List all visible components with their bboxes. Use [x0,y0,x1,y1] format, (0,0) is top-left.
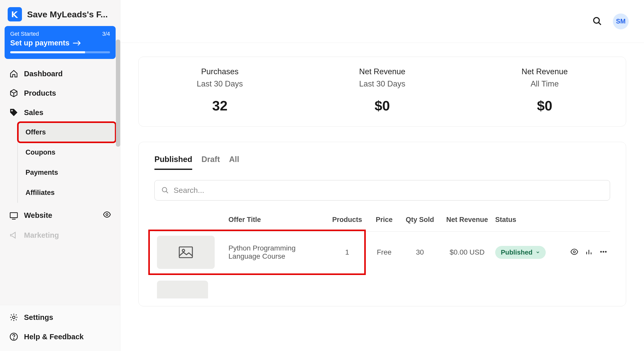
subnav-coupons[interactable]: Coupons [18,142,116,162]
nav-sales-label: Sales [24,108,43,117]
image-icon [179,246,193,258]
more-button[interactable] [599,248,607,257]
eye-icon [570,248,578,256]
svg-point-13 [605,251,606,253]
col-header-price: Price [368,216,401,224]
home-icon [9,69,18,78]
kajabi-logo-icon [10,10,19,19]
stat-value: $0 [301,98,463,114]
nav-sales[interactable]: Sales [5,103,116,122]
sidebar-footer: Settings Help & Feedback [0,305,120,351]
svg-point-11 [600,251,602,253]
nav-website-label: Website [24,211,52,220]
sales-subnav: Offers Coupons Payments Affiliates [17,122,116,203]
tab-all[interactable]: All [229,155,239,170]
offer-qty: 30 [401,248,439,256]
status-pill[interactable]: Published [495,246,546,259]
subnav-payments[interactable]: Payments [18,162,116,183]
offer-products: 1 [327,248,368,256]
svg-point-9 [182,249,185,252]
status-label: Published [501,248,532,256]
stat-revenue-30d: Net Revenue Last 30 Days $0 [301,67,463,114]
stat-purchases: Purchases Last 30 Days 32 [139,67,301,114]
nav-help[interactable]: Help & Feedback [5,327,116,346]
get-started-progress-bar [10,51,110,53]
next-row-thumbnail [157,281,208,298]
offer-title: Python Programming Language Course [228,244,327,260]
svg-point-6 [594,17,599,23]
topbar: SM [120,0,644,43]
tab-published[interactable]: Published [154,155,192,170]
stats-card: Purchases Last 30 Days 32 Net Revenue La… [138,57,626,127]
svg-point-3 [13,316,15,319]
search-icon [161,186,169,194]
avatar-initials: SM [616,18,626,25]
content: Purchases Last 30 Days 32 Net Revenue La… [120,43,644,320]
stats-button[interactable] [585,248,593,257]
get-started-label: Get Started [10,31,39,37]
subnav-payments-label: Payments [26,169,58,176]
offer-thumbnail [157,236,215,269]
table-row[interactable]: Python Programming Language Course 1 Fre… [154,232,610,273]
avatar[interactable]: SM [613,14,629,29]
stat-value: 32 [139,98,301,114]
col-header-qty: Qty Sold [401,216,439,224]
svg-rect-8 [179,247,192,258]
tabs: Published Draft All [154,155,610,170]
offer-revenue: $0.00 USD [439,248,495,256]
chevron-down-icon [536,250,540,255]
get-started-next-action: Set up payments [10,39,69,47]
monitor-icon [9,211,18,220]
subnav-affiliates[interactable]: Affiliates [18,183,116,203]
svg-point-7 [162,187,167,192]
tag-icon [9,108,18,117]
nav-settings[interactable]: Settings [5,308,116,327]
svg-point-2 [106,214,108,216]
nav-marketing[interactable]: Marketing [5,225,116,245]
nav-products[interactable]: Products [5,83,116,103]
sidebar-header: Save MyLeads's F... [0,0,120,26]
col-header-title: Offer Title [228,216,327,224]
nav-dashboard[interactable]: Dashboard [5,64,116,83]
svg-rect-1 [10,212,17,218]
stat-sub: Last 30 Days [139,79,301,89]
sidebar-scroll: Get Started 3/4 Set up payments Dashboar… [0,26,120,305]
sidebar: Save MyLeads's F... Get Started 3/4 Set … [0,0,120,351]
offers-card: Published Draft All Offer Title Products… [138,142,626,306]
get-started-progress-text: 3/4 [102,31,110,37]
stat-title: Purchases [139,67,301,76]
subnav-affiliates-label: Affiliates [26,189,55,196]
subnav-offers[interactable]: Offers [18,122,116,142]
sidebar-scrollbar[interactable] [116,40,120,147]
stat-title: Net Revenue [464,67,626,76]
stat-value: $0 [464,98,626,114]
get-started-card[interactable]: Get Started 3/4 Set up payments [5,26,116,59]
app-logo[interactable] [8,7,22,21]
gear-icon [9,313,18,322]
stat-title: Net Revenue [301,67,463,76]
subnav-offers-label: Offers [26,128,46,136]
stat-revenue-alltime: Net Revenue All Time $0 [464,67,626,114]
eye-icon[interactable] [103,210,111,220]
svg-point-5 [14,339,14,339]
dots-icon [599,248,607,256]
main: SM Purchases Last 30 Days 32 Net Revenue… [120,0,644,351]
help-icon [9,332,18,341]
search-button[interactable] [592,16,603,27]
offer-price: Free [368,248,401,256]
megaphone-icon [9,231,18,240]
nav-marketing-label: Marketing [24,231,59,240]
col-header-products: Products [327,216,368,224]
col-header-status: Status [495,216,556,224]
tab-draft[interactable]: Draft [201,155,220,170]
nav-website[interactable]: Website [5,205,116,225]
workspace-title[interactable]: Save MyLeads's F... [27,9,113,19]
search-box[interactable] [154,180,610,200]
preview-button[interactable] [570,248,578,257]
svg-point-10 [573,251,575,253]
cube-icon [9,89,18,98]
search-input[interactable] [174,186,603,195]
table-header: Offer Title Products Price Qty Sold Net … [154,216,610,232]
nav-products-label: Products [24,89,56,97]
search-icon [592,16,602,26]
